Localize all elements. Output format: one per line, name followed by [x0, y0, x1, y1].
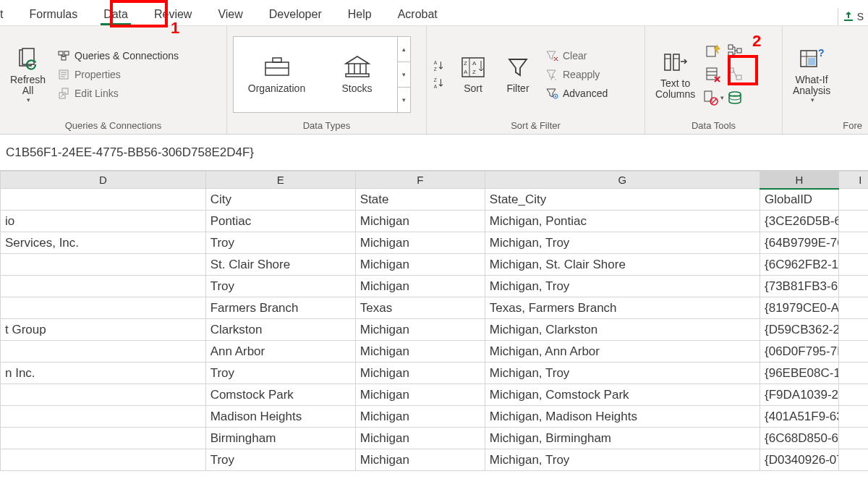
gallery-down-icon[interactable]: ▾	[398, 62, 410, 88]
cell[interactable]	[838, 319, 868, 341]
datatype-stocks[interactable]: Stocks	[317, 55, 397, 94]
what-if-analysis-button[interactable]: ? What-If Analysis ▾	[788, 43, 835, 107]
cell[interactable]	[838, 189, 868, 211]
cell[interactable]: Michigan, Birmingham	[485, 428, 760, 449]
remove-duplicates-button[interactable]	[704, 65, 723, 84]
cell[interactable]: Services, Inc.	[1, 232, 206, 254]
cell[interactable]: Michigan	[355, 363, 485, 384]
consolidate-button[interactable]	[726, 42, 744, 61]
column-header-F[interactable]: F	[355, 171, 485, 189]
relationships-button[interactable]	[726, 65, 744, 84]
column-header-G[interactable]: G	[485, 171, 760, 189]
cell[interactable]: {3CE26D5B-6B8E-	[760, 211, 839, 232]
cell[interactable]: Clarkston	[205, 319, 355, 341]
cell[interactable]: Madison Heights	[205, 406, 355, 428]
tab-acrobat[interactable]: Acrobat	[385, 2, 451, 25]
cell[interactable]	[1, 384, 206, 406]
cell[interactable]: Michigan	[355, 211, 485, 232]
tab-help[interactable]: Help	[335, 2, 385, 25]
cell[interactable]: Michigan, Troy	[485, 449, 760, 471]
cell[interactable]	[1, 276, 206, 297]
sort-desc-button[interactable]: ZA	[433, 77, 446, 90]
cell[interactable]: {96EBE08C-127F-	[760, 363, 839, 384]
cell[interactable]: GlobalID	[760, 189, 839, 211]
cell[interactable]	[1, 428, 206, 449]
cell[interactable]	[838, 363, 868, 384]
cell[interactable]	[1, 297, 206, 319]
gallery-more-icon[interactable]: ▾	[398, 88, 410, 112]
cell[interactable]: Michigan, St. Clair Shore	[485, 254, 760, 276]
cell[interactable]: Michigan	[355, 319, 485, 341]
worksheet-grid[interactable]: D E F G H I City State State_City Global…	[0, 171, 868, 471]
cell[interactable]: Ann Arbor	[205, 341, 355, 363]
clear-filter-button[interactable]: Clear	[542, 48, 610, 64]
cell[interactable]	[1, 341, 206, 363]
cell[interactable]: {73B81FB3-6CA8-	[760, 276, 839, 297]
cell[interactable]: {64B9799E-76CE-	[760, 232, 839, 254]
cell[interactable]: Michigan	[355, 449, 485, 471]
tab-developer[interactable]: Developer	[256, 2, 335, 25]
cell[interactable]: Michigan, Madison Heights	[485, 406, 760, 428]
column-header-I[interactable]: I	[838, 171, 868, 189]
cell[interactable]: Troy	[205, 449, 355, 471]
cell[interactable]: {401A51F9-63C3-	[760, 406, 839, 428]
data-types-gallery[interactable]: Organization Stocks ▴ ▾ ▾	[233, 36, 411, 113]
tab-view[interactable]: View	[205, 2, 255, 25]
cell[interactable]	[838, 428, 868, 449]
column-header-H[interactable]: H	[760, 171, 839, 189]
tab-data[interactable]: Data	[90, 2, 141, 25]
cell[interactable]: Michigan	[355, 276, 485, 297]
cell[interactable]	[838, 406, 868, 428]
cell[interactable]	[838, 341, 868, 363]
cell[interactable]: Troy	[205, 276, 355, 297]
cell[interactable]: Michigan, Troy	[485, 276, 760, 297]
cell[interactable]: t Group	[1, 319, 206, 341]
cell[interactable]: Michigan, Troy	[485, 363, 760, 384]
cell[interactable]: City	[205, 189, 355, 211]
cell[interactable]	[838, 232, 868, 254]
cell[interactable]	[838, 276, 868, 297]
cell[interactable]: Birmingham	[205, 428, 355, 449]
cell[interactable]: {F9DA1039-2501-	[760, 384, 839, 406]
cell[interactable]: State	[355, 189, 485, 211]
cell[interactable]	[1, 254, 206, 276]
cell[interactable]: Texas	[355, 297, 485, 319]
cell[interactable]: Michigan	[355, 428, 485, 449]
cell[interactable]: io	[1, 211, 206, 232]
data-validation-button[interactable]: ▾	[704, 88, 723, 107]
cell[interactable]: Michigan, Pontiac	[485, 211, 760, 232]
queries-connections-button[interactable]: Queries & Connections	[54, 48, 182, 64]
cell[interactable]	[838, 449, 868, 471]
cell[interactable]: Michigan	[355, 232, 485, 254]
cell[interactable]: Texas, Farmers Branch	[485, 297, 760, 319]
advanced-filter-button[interactable]: Advanced	[542, 85, 610, 101]
cell[interactable]: {06D0F795-7F63-	[760, 341, 839, 363]
cell[interactable]: Michigan, Troy	[485, 232, 760, 254]
filter-button[interactable]: Filter	[498, 51, 538, 97]
cell[interactable]: {D0340926-0797-	[760, 449, 839, 471]
formula-bar[interactable]: C1B56F1-24EE-4775-BB56-306D758E2D4F}	[0, 135, 868, 171]
reapply-button[interactable]: Reapply	[542, 67, 610, 82]
cell[interactable]: Michigan, Ann Arbor	[485, 341, 760, 363]
cell[interactable]: {6C68D850-6AD5	[760, 428, 839, 449]
cell[interactable]: Michigan, Comstock Park	[485, 384, 760, 406]
sort-button[interactable]: ZAAZ Sort	[453, 51, 493, 97]
cell[interactable]	[838, 384, 868, 406]
properties-button[interactable]: Properties	[54, 67, 182, 82]
datatype-organization[interactable]: Organization	[237, 55, 317, 94]
cell[interactable]: Michigan	[355, 406, 485, 428]
edit-links-button[interactable]: Edit Links	[54, 85, 182, 101]
manage-data-model-button[interactable]	[726, 88, 744, 107]
tab-formulas[interactable]: Formulas	[16, 2, 90, 25]
cell[interactable]	[838, 211, 868, 232]
cell[interactable]	[838, 297, 868, 319]
cell[interactable]: State_City	[485, 189, 760, 211]
cell[interactable]: {6C962FB2-1504-	[760, 254, 839, 276]
cell[interactable]: Comstock Park	[205, 384, 355, 406]
cell[interactable]: Pontiac	[205, 211, 355, 232]
cell[interactable]	[838, 254, 868, 276]
column-header-E[interactable]: E	[205, 171, 355, 189]
cell[interactable]: St. Clair Shore	[205, 254, 355, 276]
sort-asc-button[interactable]: AZ	[433, 59, 446, 72]
cell[interactable]: Troy	[205, 232, 355, 254]
